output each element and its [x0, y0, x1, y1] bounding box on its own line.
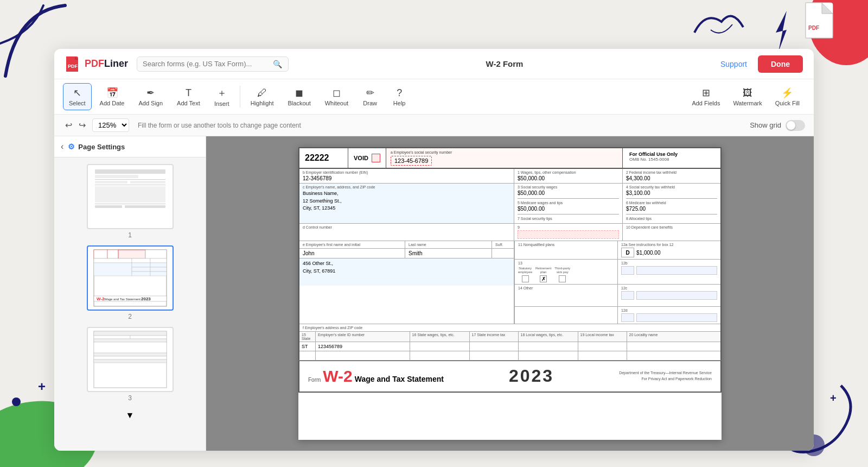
- add-date-tool[interactable]: 📅 Add Date: [94, 83, 131, 110]
- help-tool[interactable]: ? Help: [386, 84, 413, 110]
- box15-state-value[interactable]: ST: [299, 342, 316, 351]
- box15-employer-id-label: Employer's state ID number: [316, 332, 410, 342]
- svg-rect-31: [132, 258, 150, 263]
- logo-icon: PDF: [65, 55, 82, 73]
- box15-state-extra[interactable]: [299, 351, 316, 360]
- box12a-cell: 12a See instructions for box 12 D $1,000…: [618, 241, 720, 259]
- footer-dept-text: Department of the Treasury—Internal Reve…: [619, 370, 712, 382]
- thirdparty-checkbox[interactable]: [559, 275, 566, 282]
- highlight-tool[interactable]: 🖊 Highlight: [245, 84, 280, 110]
- box19-extra[interactable]: [578, 351, 627, 360]
- box15-id-extra[interactable]: [316, 351, 410, 360]
- done-button[interactable]: Done: [758, 55, 803, 73]
- page-settings-icon: ⚙: [68, 142, 75, 151]
- box10-cell: 10 Dependent care benefits: [623, 224, 720, 241]
- box13-row: 13 Statutoryemployee Retirementplan: [515, 260, 720, 285]
- toolbar-right: ⊞ Add Fields 🖼 Watermark ⚡ Quick Fill: [686, 84, 805, 110]
- page-thumb-1[interactable]: 1: [87, 164, 174, 239]
- document-area[interactable]: 22222 VOID a Employee's social security …: [206, 136, 814, 451]
- employer-id-cell: b Employer identification number (EIN) 1…: [299, 169, 514, 183]
- box12c-cell: 12c: [618, 285, 720, 306]
- box19-label: 19 Local income tax: [578, 332, 627, 342]
- fill-hint: Fill the form or use another tools to ch…: [138, 122, 301, 129]
- add-fields-tool[interactable]: ⊞ Add Fields: [686, 84, 725, 110]
- search-icon[interactable]: 🔍: [273, 60, 282, 68]
- page-thumb-2[interactable]: W-2 Wage and Tax Statement 2023 2: [87, 245, 174, 320]
- add-text-tool[interactable]: T Add Text: [171, 84, 206, 110]
- svg-rect-34: [132, 263, 150, 267]
- box12b-value[interactable]: [636, 266, 717, 275]
- box12a-value[interactable]: $1,000.00: [636, 250, 661, 256]
- employer-name-value[interactable]: Business Name, 12 Something St., City, S…: [303, 190, 510, 212]
- employer-id-value[interactable]: 12-3456789: [303, 175, 510, 181]
- emp-lname-value[interactable]: Smith: [409, 250, 488, 256]
- zoom-select[interactable]: 125%: [92, 118, 129, 132]
- box15-id-value[interactable]: 123456789: [316, 342, 410, 351]
- svg-rect-38: [132, 272, 150, 276]
- box6-value[interactable]: $725.00: [626, 206, 717, 212]
- sidebar-scroll-down[interactable]: ▼: [124, 408, 137, 422]
- box18-extra[interactable]: [519, 351, 578, 360]
- search-input[interactable]: [143, 60, 273, 68]
- svg-rect-48: [130, 336, 167, 339]
- svg-text:PDF: PDF: [68, 64, 78, 69]
- box20-value[interactable]: [627, 342, 721, 351]
- redo-button[interactable]: ↪: [76, 118, 88, 132]
- undo-button[interactable]: ↩: [63, 118, 74, 132]
- page-thumb-img-2: W-2 Wage and Tax Statement 2023: [87, 245, 174, 311]
- sidebar-toggle-button[interactable]: ‹: [61, 142, 63, 152]
- box1-value[interactable]: $50,000.00: [518, 175, 619, 181]
- emp-addr-value[interactable]: 456 Other St., City, ST, 67891: [303, 260, 510, 275]
- box17-extra[interactable]: [470, 351, 519, 360]
- watermark-tool[interactable]: 🖼 Watermark: [727, 84, 767, 110]
- calendar-icon: 📅: [106, 87, 118, 99]
- watermark-icon: 🖼: [743, 87, 752, 99]
- void-checkbox[interactable]: [372, 154, 380, 162]
- highlight-icon: 🖊: [257, 87, 267, 99]
- box18-value[interactable]: [519, 342, 578, 351]
- box12d-inputs: [621, 313, 717, 322]
- box12d-value[interactable]: [636, 313, 717, 322]
- box19-value[interactable]: [578, 342, 627, 351]
- box12a-label: 12a See instructions for box 12: [621, 243, 717, 247]
- ssn-value[interactable]: 123-45-6789: [391, 156, 432, 166]
- blackout-tool[interactable]: ◼ Blackout: [282, 83, 317, 110]
- show-grid-toggle[interactable]: [786, 120, 805, 131]
- box12d-code[interactable]: [621, 313, 634, 322]
- statutory-checkbox[interactable]: [522, 275, 529, 282]
- box11-cell: 11 Nonqualified plans: [515, 241, 618, 259]
- insert-tool[interactable]: ＋ Insert: [208, 83, 235, 111]
- box16-extra[interactable]: [410, 351, 470, 360]
- quick-fill-tool[interactable]: ⚡ Quick Fill: [770, 84, 805, 110]
- box12b-code[interactable]: [621, 266, 634, 275]
- select-tool[interactable]: ↖ Select: [63, 83, 92, 110]
- page-thumb-3[interactable]: 3: [87, 327, 174, 402]
- box3-value[interactable]: $50,000.00: [518, 190, 619, 196]
- help-icon: ?: [397, 87, 402, 99]
- box12a-code[interactable]: D: [621, 248, 634, 257]
- box20-extra[interactable]: [627, 351, 721, 360]
- support-link[interactable]: Support: [720, 60, 747, 68]
- box5-value[interactable]: $50,000.00: [518, 206, 619, 212]
- box12c-code[interactable]: [621, 291, 634, 300]
- emp-fname-label: e Employee's first name and initial: [303, 243, 401, 247]
- whiteout-tool[interactable]: ◻ Whiteout: [319, 83, 354, 110]
- box9-value[interactable]: [518, 230, 619, 239]
- box12c-value[interactable]: [636, 291, 717, 300]
- box2-value[interactable]: $4,300.00: [626, 175, 717, 181]
- employer-id-label: b Employer identification number (EIN): [303, 171, 510, 174]
- emp-fname-value[interactable]: John: [303, 250, 401, 256]
- toolbar: ↖ Select 📅 Add Date ✒ Add Sign T Add Tex…: [54, 79, 814, 115]
- page-1-number: 1: [128, 231, 132, 239]
- add-sign-tool[interactable]: ✒ Add Sign: [132, 83, 169, 110]
- box5-label: 5 Medicare wages and tips: [518, 201, 619, 205]
- draw-tool[interactable]: ✏ Draw: [356, 83, 384, 110]
- sub-toolbar: ↩ ↪ 125% Fill the form or use another to…: [54, 115, 814, 136]
- search-box[interactable]: 🔍: [137, 56, 289, 72]
- box4-value[interactable]: $3,100.00: [626, 190, 717, 196]
- box16-value[interactable]: [410, 342, 470, 351]
- toolbar-separator-1: [240, 86, 240, 108]
- emp-addr-label: f Employee's address and ZIP code: [303, 326, 717, 330]
- retirement-checkbox[interactable]: ✗: [540, 275, 547, 282]
- box17-value[interactable]: [470, 342, 519, 351]
